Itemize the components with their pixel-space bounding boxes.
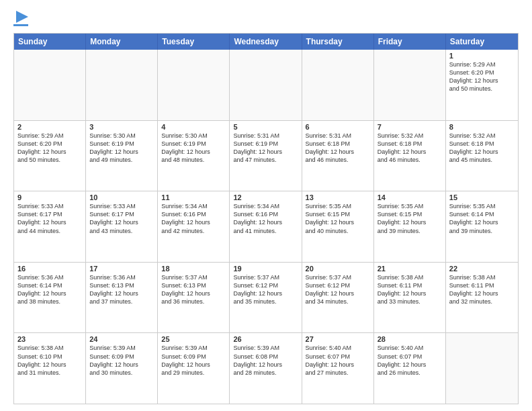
day-info: Sunrise: 5:38 AMSunset: 6:11 PMDaylight:… — [378, 273, 442, 306]
header-monday: Monday — [86, 34, 158, 50]
calendar-cell — [14, 50, 86, 120]
day-number: 10 — [89, 193, 154, 201]
calendar-row-2: 2Sunrise: 5:29 AMSunset: 6:20 PMDaylight… — [14, 120, 518, 191]
day-number: 2 — [17, 123, 82, 131]
calendar-cell: 22Sunrise: 5:38 AMSunset: 6:11 PMDayligh… — [446, 263, 518, 333]
calendar-cell: 8Sunrise: 5:32 AMSunset: 6:18 PMDaylight… — [446, 121, 518, 191]
day-info: Sunrise: 5:36 AMSunset: 6:13 PMDaylight:… — [89, 273, 154, 306]
day-number: 13 — [306, 193, 370, 201]
calendar-cell: 3Sunrise: 5:30 AMSunset: 6:19 PMDaylight… — [86, 121, 158, 191]
calendar-cell: 24Sunrise: 5:39 AMSunset: 6:09 PMDayligh… — [86, 333, 158, 404]
calendar-cell: 10Sunrise: 5:33 AMSunset: 6:17 PMDayligh… — [86, 191, 158, 262]
header-saturday: Saturday — [446, 34, 518, 50]
day-number: 8 — [449, 123, 515, 131]
day-number: 25 — [161, 335, 226, 343]
day-info: Sunrise: 5:39 AMSunset: 6:09 PMDaylight:… — [89, 344, 154, 377]
calendar-cell: 5Sunrise: 5:31 AMSunset: 6:19 PMDaylight… — [230, 121, 302, 191]
day-number: 7 — [378, 123, 442, 131]
calendar-cell: 1Sunrise: 5:29 AMSunset: 6:20 PMDaylight… — [446, 50, 518, 120]
day-number: 1 — [449, 52, 515, 60]
day-info: Sunrise: 5:29 AMSunset: 6:20 PMDaylight:… — [17, 132, 82, 165]
day-number: 22 — [449, 265, 515, 273]
day-number: 3 — [89, 123, 154, 131]
calendar-cell: 14Sunrise: 5:35 AMSunset: 6:15 PMDayligh… — [374, 191, 446, 262]
day-number: 4 — [161, 123, 226, 131]
day-info: Sunrise: 5:36 AMSunset: 6:14 PMDaylight:… — [17, 273, 82, 306]
calendar-cell — [158, 50, 230, 120]
day-number: 14 — [378, 193, 442, 201]
calendar-cell: 19Sunrise: 5:37 AMSunset: 6:12 PMDayligh… — [230, 263, 302, 333]
calendar-cell: 23Sunrise: 5:38 AMSunset: 6:10 PMDayligh… — [14, 333, 86, 404]
day-number: 12 — [233, 193, 298, 201]
day-info: Sunrise: 5:35 AMSunset: 6:14 PMDaylight:… — [449, 202, 515, 235]
calendar-cell: 20Sunrise: 5:37 AMSunset: 6:12 PMDayligh… — [302, 263, 374, 333]
calendar-cell: 27Sunrise: 5:40 AMSunset: 6:07 PMDayligh… — [302, 333, 374, 404]
day-info: Sunrise: 5:37 AMSunset: 6:12 PMDaylight:… — [306, 273, 370, 306]
calendar-cell — [302, 50, 374, 120]
page: Sunday Monday Tuesday Wednesday Thursday… — [0, 0, 532, 411]
calendar-cell — [230, 50, 302, 120]
day-number: 20 — [306, 265, 370, 273]
day-number: 26 — [233, 335, 298, 343]
header-friday: Friday — [374, 34, 446, 50]
day-number: 23 — [17, 335, 82, 343]
day-info: Sunrise: 5:32 AMSunset: 6:18 PMDaylight:… — [449, 132, 515, 165]
day-number: 6 — [306, 123, 370, 131]
calendar-cell: 17Sunrise: 5:36 AMSunset: 6:13 PMDayligh… — [86, 263, 158, 333]
day-number: 18 — [161, 265, 226, 273]
day-info: Sunrise: 5:39 AMSunset: 6:08 PMDaylight:… — [233, 344, 298, 377]
logo — [13, 11, 28, 26]
day-info: Sunrise: 5:35 AMSunset: 6:15 PMDaylight:… — [306, 202, 370, 235]
calendar-cell: 2Sunrise: 5:29 AMSunset: 6:20 PMDaylight… — [14, 121, 86, 191]
calendar-row-3: 9Sunrise: 5:33 AMSunset: 6:17 PMDaylight… — [14, 191, 518, 262]
calendar-cell: 28Sunrise: 5:40 AMSunset: 6:07 PMDayligh… — [374, 333, 446, 404]
day-number: 24 — [89, 335, 154, 343]
day-info: Sunrise: 5:32 AMSunset: 6:18 PMDaylight:… — [378, 132, 442, 165]
day-number: 11 — [161, 193, 226, 201]
day-info: Sunrise: 5:39 AMSunset: 6:09 PMDaylight:… — [161, 344, 226, 377]
calendar-cell: 6Sunrise: 5:31 AMSunset: 6:18 PMDaylight… — [302, 121, 374, 191]
calendar-cell — [374, 50, 446, 120]
header — [13, 11, 519, 26]
day-info: Sunrise: 5:30 AMSunset: 6:19 PMDaylight:… — [89, 132, 154, 165]
calendar-cell — [86, 50, 158, 120]
day-info: Sunrise: 5:33 AMSunset: 6:17 PMDaylight:… — [89, 202, 154, 235]
day-info: Sunrise: 5:33 AMSunset: 6:17 PMDaylight:… — [17, 202, 82, 235]
calendar-cell: 16Sunrise: 5:36 AMSunset: 6:14 PMDayligh… — [14, 263, 86, 333]
calendar-row-5: 23Sunrise: 5:38 AMSunset: 6:10 PMDayligh… — [14, 332, 518, 404]
day-info: Sunrise: 5:29 AMSunset: 6:20 PMDaylight:… — [449, 60, 515, 93]
calendar-cell: 4Sunrise: 5:30 AMSunset: 6:19 PMDaylight… — [158, 121, 230, 191]
calendar-cell — [446, 333, 518, 404]
calendar-row-1: 1Sunrise: 5:29 AMSunset: 6:20 PMDaylight… — [14, 50, 518, 120]
day-number: 17 — [89, 265, 154, 273]
calendar-cell: 9Sunrise: 5:33 AMSunset: 6:17 PMDaylight… — [14, 191, 86, 262]
calendar-cell: 26Sunrise: 5:39 AMSunset: 6:08 PMDayligh… — [230, 333, 302, 404]
day-info: Sunrise: 5:35 AMSunset: 6:15 PMDaylight:… — [378, 202, 442, 235]
calendar-header: Sunday Monday Tuesday Wednesday Thursday… — [14, 34, 518, 50]
header-sunday: Sunday — [14, 34, 86, 50]
day-info: Sunrise: 5:38 AMSunset: 6:11 PMDaylight:… — [449, 273, 515, 306]
logo-arrow-icon — [16, 11, 28, 23]
day-info: Sunrise: 5:40 AMSunset: 6:07 PMDaylight:… — [378, 344, 442, 377]
day-number: 9 — [17, 193, 82, 201]
header-wednesday: Wednesday — [230, 34, 302, 50]
header-thursday: Thursday — [302, 34, 374, 50]
day-number: 27 — [306, 335, 370, 343]
day-info: Sunrise: 5:34 AMSunset: 6:16 PMDaylight:… — [161, 202, 226, 235]
calendar-cell: 7Sunrise: 5:32 AMSunset: 6:18 PMDaylight… — [374, 121, 446, 191]
day-number: 19 — [233, 265, 298, 273]
calendar-row-4: 16Sunrise: 5:36 AMSunset: 6:14 PMDayligh… — [14, 262, 518, 333]
calendar-cell: 25Sunrise: 5:39 AMSunset: 6:09 PMDayligh… — [158, 333, 230, 404]
day-info: Sunrise: 5:34 AMSunset: 6:16 PMDaylight:… — [233, 202, 298, 235]
day-info: Sunrise: 5:31 AMSunset: 6:19 PMDaylight:… — [233, 132, 298, 165]
day-info: Sunrise: 5:31 AMSunset: 6:18 PMDaylight:… — [306, 132, 370, 165]
header-tuesday: Tuesday — [158, 34, 230, 50]
calendar-body: 1Sunrise: 5:29 AMSunset: 6:20 PMDaylight… — [14, 50, 518, 404]
day-info: Sunrise: 5:37 AMSunset: 6:12 PMDaylight:… — [233, 273, 298, 306]
day-info: Sunrise: 5:30 AMSunset: 6:19 PMDaylight:… — [161, 132, 226, 165]
calendar-cell: 11Sunrise: 5:34 AMSunset: 6:16 PMDayligh… — [158, 191, 230, 262]
day-info: Sunrise: 5:40 AMSunset: 6:07 PMDaylight:… — [306, 344, 370, 377]
calendar-cell: 13Sunrise: 5:35 AMSunset: 6:15 PMDayligh… — [302, 191, 374, 262]
calendar-cell: 12Sunrise: 5:34 AMSunset: 6:16 PMDayligh… — [230, 191, 302, 262]
day-info: Sunrise: 5:37 AMSunset: 6:13 PMDaylight:… — [161, 273, 226, 306]
